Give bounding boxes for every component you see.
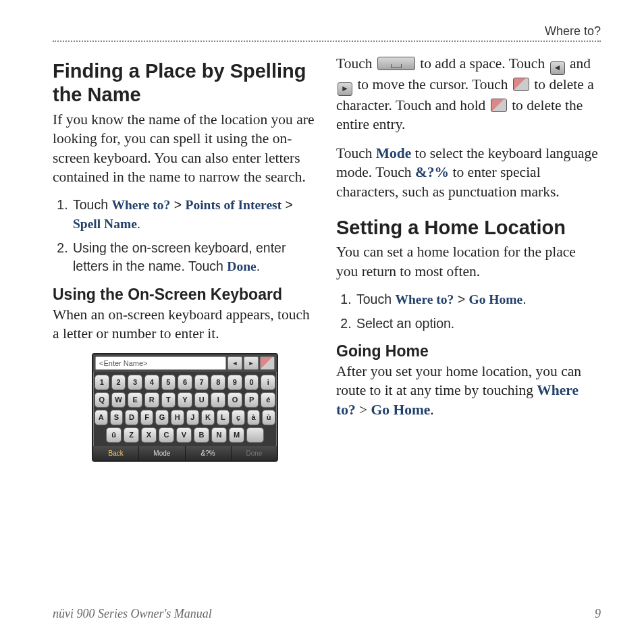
kb-key: T [161, 392, 176, 408]
kb-cursor-right-icon: ► [244, 356, 259, 370]
home-step-1: Touch Where to? > Go Home. [355, 290, 601, 309]
kb-key [246, 427, 264, 443]
heading-finding-place: Finding a Place by Spelling the Name [53, 59, 317, 107]
kb-key: N [211, 427, 227, 443]
kb-row-2: QWERTYUIOPé [95, 392, 275, 408]
cursor-left-icon [550, 61, 565, 75]
kb-key: J [186, 410, 200, 425]
kb-key: à [247, 410, 261, 425]
kb-key: L [217, 410, 230, 425]
kb-key: K [201, 410, 215, 425]
page-header: Where to? [53, 24, 601, 42]
link-go-home: Go Home [469, 292, 523, 306]
kb-key: é [261, 392, 275, 408]
erase-hold-icon [491, 99, 507, 112]
kb-key: Z [124, 427, 139, 443]
heading-home-location: Setting a Home Location [336, 216, 601, 240]
kb-key: ù [262, 410, 275, 425]
link-where-to: Where to? [111, 198, 170, 212]
kb-key: 8 [211, 375, 225, 390]
kb-key: X [141, 427, 157, 443]
kb-erase-icon [260, 356, 275, 370]
subhead-going-home: Going Home [336, 342, 601, 360]
kb-row-3: ASDFGHJKLçàù [95, 410, 275, 425]
kb-key: B [194, 427, 209, 443]
page-footer: nüvi 900 Series Owner's Manual 9 [53, 607, 601, 621]
para-space-cursor: Touch to add a space. Touch and to move … [336, 54, 601, 134]
steps-finding-place: Touch Where to? > Points of Interest > S… [53, 196, 317, 276]
kb-key: ç [232, 410, 245, 425]
kb-sym-button: &?% [186, 446, 232, 460]
left-column: Finding a Place by Spelling the Name If … [53, 53, 317, 462]
para-mode-symbols: Touch Mode to select the keyboard langua… [336, 144, 601, 201]
steps-home-location: Touch Where to? > Go Home. Select an opt… [336, 290, 601, 333]
kb-row-1: 1234567890i [95, 375, 275, 390]
kb-key: P [244, 392, 259, 408]
kb-key: O [227, 392, 242, 408]
kb-key: C [159, 427, 174, 443]
keyboard-screenshot: <Enter Name> ◄ ► 1234567890i QWERTYUIOPé… [92, 353, 278, 462]
kb-key: A [95, 410, 108, 425]
kb-key: û [106, 427, 122, 443]
footer-page-number: 9 [595, 607, 601, 621]
kb-key: G [155, 410, 169, 425]
kb-mode-button: Mode [139, 446, 185, 460]
kb-back-button: Back [93, 446, 139, 460]
kb-key: E [128, 392, 142, 408]
kb-key: S [110, 410, 124, 425]
step-1: Touch Where to? > Points of Interest > S… [72, 196, 317, 234]
link-mode: Mode [376, 145, 412, 161]
kb-key: V [176, 427, 192, 443]
intro-finding-place: If you know the name of the location you… [53, 110, 317, 187]
kb-done-button: Done [232, 446, 277, 460]
kb-key: 0 [244, 375, 259, 390]
kb-key: 9 [227, 375, 242, 390]
link-symbols: &?% [415, 164, 449, 180]
kb-key: 6 [178, 375, 192, 390]
page: Where to? Finding a Place by Spelling th… [0, 0, 644, 644]
kb-key: H [171, 410, 184, 425]
link-poi: Points of Interest [186, 198, 282, 212]
kb-bottom-bar: Back Mode &?% Done [93, 446, 277, 460]
kb-key: I [211, 392, 225, 408]
home-step-2: Select an option. [355, 315, 601, 333]
kb-key: 2 [111, 375, 126, 390]
link-go-home-2: Go Home [371, 402, 431, 418]
link-where-to-2: Where to? [395, 292, 454, 306]
header-section: Where to? [545, 24, 601, 38]
content-columns: Finding a Place by Spelling the Name If … [53, 53, 601, 462]
kb-key: W [111, 392, 126, 408]
kb-key: Q [95, 392, 109, 408]
body-going-home: After you set your home location, you ca… [336, 362, 601, 419]
kb-key: 5 [161, 375, 176, 390]
erase-icon [513, 78, 529, 91]
link-spell-name: Spell Name [73, 217, 137, 231]
link-done: Done [227, 259, 256, 273]
space-key-icon [377, 57, 415, 70]
right-column: Touch to add a space. Touch and to move … [336, 53, 601, 462]
step-2: Using the on-screen keyboard, enter lett… [72, 239, 317, 276]
kb-row-4: ûZXCVBNM [95, 427, 275, 443]
kb-key: i [261, 375, 275, 390]
kb-keys: 1234567890i QWERTYUIOPé ASDFGHJKLçàù ûZX… [93, 372, 277, 446]
footer-manual: nüvi 900 Series Owner's Manual [53, 607, 212, 621]
intro-home-location: You can set a home location for the plac… [336, 242, 601, 281]
kb-key: D [125, 410, 138, 425]
kb-cursor-left-icon: ◄ [227, 356, 242, 370]
kb-input: <Enter Name> [95, 356, 226, 370]
subhead-onscreen-kb: Using the On-Screen Keyboard [53, 286, 317, 304]
kb-key: 1 [95, 375, 109, 390]
kb-key: U [194, 392, 209, 408]
kb-key: 3 [128, 375, 142, 390]
kb-key: M [229, 427, 244, 443]
kb-key: F [140, 410, 154, 425]
kb-key: 7 [194, 375, 209, 390]
kb-key: R [144, 392, 159, 408]
kb-key: 4 [144, 375, 159, 390]
cursor-right-icon [338, 82, 352, 96]
kb-input-row: <Enter Name> ◄ ► [93, 354, 277, 372]
kb-key: Y [178, 392, 192, 408]
body-onscreen-kb: When an on-screen keyboard appears, touc… [53, 305, 317, 344]
